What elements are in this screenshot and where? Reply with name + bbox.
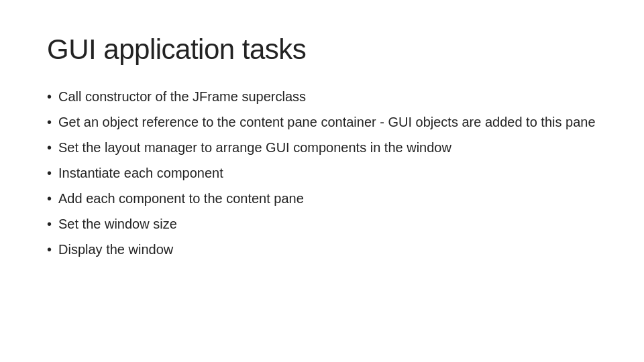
bullet-dot: • [47, 138, 52, 157]
bullet-item: •Add each component to the content pane [47, 189, 597, 208]
slide: GUI application tasks •Call constructor … [0, 0, 644, 362]
bullet-text-1: Call constructor of the JFrame superclas… [58, 87, 597, 106]
bullet-text-5: Add each component to the content pane [58, 189, 597, 208]
bullet-dot: • [47, 215, 52, 233]
bullet-item: •Display the window [47, 240, 597, 259]
bullet-item: •Get an object reference to the content … [47, 113, 597, 131]
bullet-item: •Call constructor of the JFrame supercla… [47, 87, 597, 106]
bullet-item: •Set the window size [47, 215, 597, 233]
bullet-text-2: Get an object reference to the content p… [58, 113, 597, 131]
bullet-item: •Set the layout manager to arrange GUI c… [47, 138, 597, 157]
bullet-list: •Call constructor of the JFrame supercla… [47, 87, 597, 259]
bullet-dot: • [47, 87, 52, 106]
bullet-dot: • [47, 164, 52, 182]
slide-title: GUI application tasks [47, 34, 597, 66]
bullet-text-6: Set the window size [58, 215, 597, 233]
bullet-item: •Instantiate each component [47, 164, 597, 182]
bullet-dot: • [47, 113, 52, 131]
bullet-text-4: Instantiate each component [58, 164, 597, 182]
bullet-dot: • [47, 240, 52, 259]
bullet-dot: • [47, 189, 52, 208]
bullet-text-7: Display the window [58, 240, 597, 259]
bullet-text-3: Set the layout manager to arrange GUI co… [58, 138, 597, 157]
